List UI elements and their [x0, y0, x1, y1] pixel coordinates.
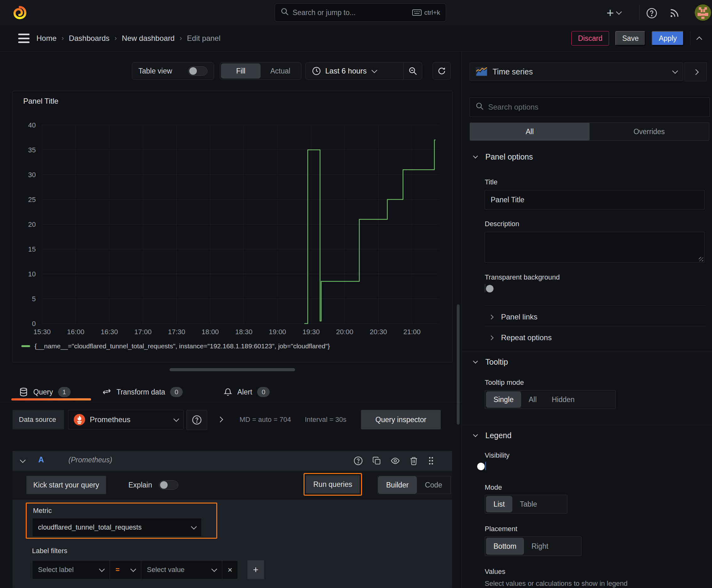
drag-query-handle[interactable]: [428, 456, 434, 465]
tab-overrides[interactable]: Overrides: [589, 123, 709, 141]
time-range-picker[interactable]: Last 6 hours: [306, 63, 404, 80]
x-tick-label: 16:00: [67, 328, 84, 335]
help-button[interactable]: [645, 7, 658, 19]
chevron-down-icon: [616, 9, 622, 15]
main-scrollbar[interactable]: [457, 304, 459, 425]
add-filter-button[interactable]: +: [247, 560, 264, 579]
refresh-button[interactable]: [433, 62, 451, 80]
breadcrumb-new-dashboard[interactable]: New dashboard: [122, 34, 175, 43]
global-search-input[interactable]: Search or jump to... ctrl+k: [275, 3, 446, 22]
series-line[interactable]: [304, 140, 436, 323]
split-drag-handle[interactable]: [170, 368, 295, 371]
legend-mode-list[interactable]: List: [486, 496, 512, 512]
toggle-query-visibility-button[interactable]: [390, 456, 400, 465]
tooltip-mode-hidden[interactable]: Hidden: [544, 391, 582, 408]
run-queries-button[interactable]: Run queries: [306, 475, 360, 493]
select-value-dropdown[interactable]: Select value: [141, 560, 222, 579]
operator-dropdown[interactable]: =: [110, 560, 141, 579]
apply-button[interactable]: Apply: [652, 31, 684, 45]
user-avatar[interactable]: [694, 4, 711, 23]
series-color-dash: [21, 345, 30, 347]
builder-code-switcher: Builder Code: [377, 476, 451, 494]
datasource-picker[interactable]: Prometheus: [68, 410, 184, 429]
legend-values-label: Values: [485, 568, 505, 576]
legend-header[interactable]: Legend: [474, 431, 511, 440]
news-button[interactable]: [668, 7, 681, 19]
tab-alert[interactable]: Alert 0: [223, 384, 270, 400]
expand-stats-icon[interactable]: [217, 417, 223, 422]
panel-title: Panel Title: [23, 97, 58, 106]
menu-toggle-icon[interactable]: [18, 34, 29, 43]
y-tick-label: 15: [28, 245, 36, 253]
x-tick-label: 19:30: [302, 328, 320, 335]
grafana-logo-icon[interactable]: [13, 4, 27, 23]
metric-select[interactable]: cloudflared_tunnel_total_requests: [32, 518, 202, 537]
transparent-background-toggle[interactable]: [485, 284, 486, 292]
remove-filter-button[interactable]: ×: [222, 560, 238, 579]
tooltip-mode-all[interactable]: All: [521, 391, 544, 408]
series-legend-label[interactable]: {__name__="cloudflared_tunnel_total_requ…: [35, 342, 330, 350]
duplicate-query-button[interactable]: [372, 456, 381, 465]
legend-title: Legend: [486, 431, 511, 440]
legend-visibility-toggle[interactable]: [486, 462, 486, 470]
delete-query-button[interactable]: [409, 456, 418, 465]
tab-all[interactable]: All: [470, 123, 589, 141]
refresh-icon: [437, 67, 446, 76]
search-options-input[interactable]: Search options: [470, 97, 710, 117]
panel-options-title: Panel options: [486, 152, 533, 162]
search-icon: [281, 7, 289, 18]
discard-button[interactable]: Discard: [571, 31, 609, 45]
repeat-options-section[interactable]: Repeat options: [490, 333, 552, 342]
collapse-query-icon[interactable]: [20, 457, 25, 463]
legend-mode-table[interactable]: Table: [512, 496, 545, 512]
builder-option[interactable]: Builder: [378, 476, 417, 494]
tab-query[interactable]: Query 1: [19, 384, 71, 400]
zoom-out-button[interactable]: [404, 63, 422, 80]
explain-toggle[interactable]: [159, 480, 178, 490]
alert-count-badge: 0: [257, 387, 270, 397]
legend-placement-bottom[interactable]: Bottom: [486, 538, 524, 555]
query-help-button[interactable]: [353, 456, 363, 465]
query-ref-id[interactable]: A: [38, 455, 44, 464]
trash-icon: [409, 456, 418, 465]
datasource-help-button[interactable]: [187, 410, 207, 430]
panel-title-input[interactable]: Panel Title: [485, 190, 705, 210]
query-row-header[interactable]: A (Prometheus): [13, 451, 452, 471]
select-label-placeholder: Select label: [38, 566, 74, 574]
breadcrumb-home[interactable]: Home: [37, 34, 57, 43]
x-tick-label: 21:00: [404, 328, 421, 335]
table-view-toggle[interactable]: [188, 66, 208, 76]
tooltip-header[interactable]: Tooltip: [474, 357, 508, 366]
legend-placement-right[interactable]: Right: [524, 538, 556, 555]
visualization-picker[interactable]: Time series: [470, 63, 683, 81]
active-tab-underline: [11, 398, 91, 400]
fill-option[interactable]: Fill: [221, 63, 261, 79]
select-label-dropdown[interactable]: Select label: [32, 560, 110, 579]
viz-suggestions-button[interactable]: [685, 63, 707, 81]
new-item-button[interactable]: +: [606, 0, 621, 25]
viz-type-label: Time series: [493, 67, 668, 76]
panel-options-header[interactable]: Panel options: [474, 152, 533, 162]
collapse-header-icon[interactable]: [696, 37, 702, 42]
chart-legend[interactable]: {__name__="cloudflared_tunnel_total_requ…: [21, 342, 330, 350]
top-nav-bar: Search or jump to... ctrl+k +: [0, 0, 712, 26]
tab-transform-data[interactable]: Transform data 0: [102, 384, 183, 400]
x-tick-label: 19:00: [269, 328, 286, 335]
save-button[interactable]: Save: [615, 31, 645, 45]
breadcrumb-dashboards[interactable]: Dashboards: [69, 34, 109, 43]
chevron-down-icon: [211, 566, 217, 572]
legend-mode-label: Mode: [485, 483, 502, 491]
y-tick-label: 35: [28, 146, 36, 154]
query-inspector-button[interactable]: Query inspector: [361, 410, 441, 429]
panel-links-section[interactable]: Panel links: [490, 313, 537, 321]
visualization-panel[interactable]: Panel Title 051015202530354015:3016:0016…: [12, 91, 453, 362]
actual-option[interactable]: Actual: [261, 63, 300, 79]
x-tick-label: 18:30: [235, 328, 253, 335]
kick-start-button[interactable]: Kick start your query: [26, 476, 106, 494]
code-option[interactable]: Code: [417, 476, 451, 494]
description-textarea[interactable]: [485, 232, 705, 262]
breadcrumb-separator: ›: [62, 34, 64, 42]
tooltip-mode-single[interactable]: Single: [486, 391, 521, 408]
time-series-chart[interactable]: 051015202530354015:3016:0016:3017:0017:3…: [15, 115, 451, 335]
chevron-right-icon: [693, 69, 698, 75]
